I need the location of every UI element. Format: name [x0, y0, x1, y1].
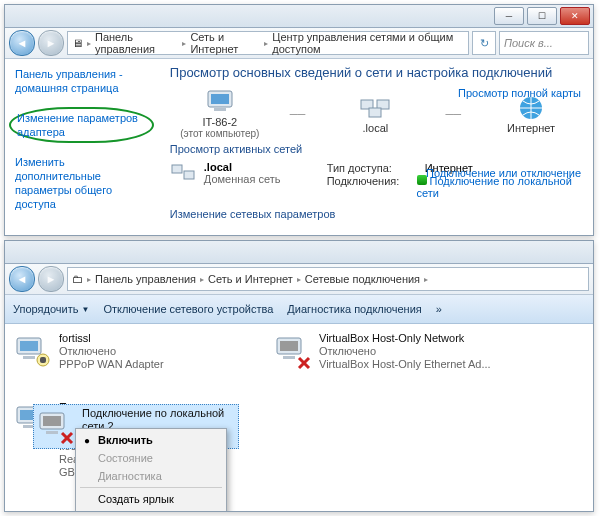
back-button[interactable]: ◄: [9, 266, 35, 292]
separator: [80, 487, 222, 488]
chevron-right-icon: ▸: [87, 275, 91, 284]
ctx-diagnose: Диагностика: [76, 467, 226, 485]
svg-rect-8: [184, 171, 194, 179]
svg-rect-11: [23, 356, 35, 359]
conn-name: VirtualBox Host-Only Network: [319, 332, 491, 345]
window-network-center: ─ ☐ ✕ ◄ ► 🖥 ▸ Панель управления ▸ Сеть и…: [4, 4, 594, 236]
conn-name: fortissl: [59, 332, 164, 345]
chevron-right-icon: ▸: [87, 39, 91, 48]
context-menu: ●Включить Состояние Диагностика Создать …: [75, 428, 227, 512]
svg-rect-10: [20, 341, 38, 351]
chevron-right-icon: ▸: [200, 275, 204, 284]
enable-icon: ●: [80, 435, 94, 446]
svg-rect-7: [172, 165, 182, 173]
svg-rect-24: [46, 431, 58, 434]
content-area: Просмотр основных сведений о сети и наст…: [158, 59, 593, 236]
conn-status: Отключено: [59, 345, 164, 358]
disable-device-button[interactable]: Отключение сетевого устройства: [103, 303, 273, 315]
search-input[interactable]: Поиск в...: [499, 31, 589, 55]
link-sharing-settings[interactable]: Изменить дополнительные параметры общего…: [15, 156, 112, 210]
titlebar: ─ ☐ ✕: [5, 5, 593, 28]
svg-rect-15: [280, 341, 298, 351]
sidebar: Панель управления - домашняя страница Из…: [5, 59, 158, 236]
ctx-enable[interactable]: ●Включить: [76, 431, 226, 449]
nav-bar: ◄ ► 🗀 ▸ Панель управления ▸ Сеть и Интер…: [5, 264, 593, 295]
link-cp-home[interactable]: Панель управления - домашняя страница: [15, 68, 123, 94]
connection-item[interactable]: fortisslОтключеноPPPoP WAN Adapter: [13, 332, 243, 371]
forward-button[interactable]: ►: [38, 266, 64, 292]
chevron-right-icon: ▸: [182, 39, 186, 48]
breadcrumb[interactable]: Панель управления: [95, 273, 196, 285]
active-net-name: .local: [204, 161, 281, 173]
node-domain-label: .local: [325, 122, 425, 134]
toolbar: Упорядочить▼ Отключение сетевого устройс…: [5, 295, 593, 324]
svg-rect-23: [43, 416, 61, 426]
chevron-right-icon: ▸: [264, 39, 268, 48]
svg-rect-5: [369, 108, 381, 117]
section-active-networks: Просмотр активных сетей: [170, 143, 581, 155]
ctx-status: Состояние: [76, 449, 226, 467]
network-icon: [359, 94, 391, 122]
organize-menu[interactable]: Упорядочить▼: [13, 303, 89, 315]
computer-icon: [204, 88, 236, 116]
breadcrumb[interactable]: Панель управления: [95, 31, 178, 55]
cp-icon: 🖥: [72, 37, 83, 49]
breadcrumb[interactable]: Сеть и Интернет: [190, 31, 260, 55]
svg-rect-2: [214, 108, 226, 111]
folder-icon: 🗀: [72, 273, 83, 285]
conn-status: Отключено: [319, 345, 491, 358]
adapter-disabled-icon: [273, 332, 313, 370]
breadcrumb[interactable]: Центр управления сетями и общим доступом: [272, 31, 464, 55]
delete-icon: ✖: [80, 512, 94, 513]
connection-item[interactable]: VirtualBox Host-Only NetworkОтключеноVir…: [273, 332, 503, 371]
svg-rect-16: [283, 356, 295, 359]
chevron-right-icon: ▸: [424, 275, 428, 284]
network-domain-icon: [170, 161, 198, 185]
window-network-connections: ◄ ► 🗀 ▸ Панель управления ▸ Сеть и Интер…: [4, 240, 594, 512]
node-pc-label: IT-86-2: [170, 116, 270, 128]
section-change-params: Изменение сетевых параметров: [170, 208, 581, 220]
refresh-button[interactable]: ↻: [472, 31, 496, 55]
more-button[interactable]: »: [436, 303, 442, 315]
node-pc-sub: (этот компьютер): [170, 128, 270, 139]
connection-line: ──: [445, 108, 461, 120]
active-net-type: Доменная сеть: [204, 173, 281, 185]
nav-bar: ◄ ► 🖥 ▸ Панель управления ▸ Сеть и Интер…: [5, 28, 593, 59]
close-button[interactable]: ✕: [560, 7, 590, 25]
back-button[interactable]: ◄: [9, 30, 35, 56]
chevron-right-icon: ▸: [297, 275, 301, 284]
minimize-button[interactable]: ─: [494, 7, 524, 25]
conn-device: PPPoP WAN Adapter: [59, 358, 164, 371]
forward-button[interactable]: ►: [38, 30, 64, 56]
ctx-delete[interactable]: ✖Удалить: [76, 508, 226, 512]
svg-rect-1: [211, 94, 229, 104]
ctx-shortcut[interactable]: Создать ярлык: [76, 490, 226, 508]
conn-device: VirtualBox Host-Only Ethernet Ad...: [319, 358, 491, 371]
link-connect-disconnect[interactable]: Подключение или отключение: [426, 167, 581, 179]
label-access-type: Тип доступа:: [327, 162, 417, 174]
breadcrumb[interactable]: Сетевые подключения: [305, 273, 420, 285]
page-title: Просмотр основных сведений о сети и наст…: [170, 65, 581, 80]
chevron-down-icon: ▼: [81, 305, 89, 314]
link-change-adapter[interactable]: Изменение параметров адаптера: [17, 112, 138, 138]
address-bar[interactable]: 🗀 ▸ Панель управления ▸ Сеть и Интернет …: [67, 267, 589, 291]
breadcrumb[interactable]: Сеть и Интернет: [208, 273, 293, 285]
adapter-disabled-icon: [36, 407, 76, 445]
titlebar: [5, 241, 593, 264]
svg-rect-13: [40, 357, 46, 363]
label-connections: Подключения:: [327, 175, 409, 199]
address-bar[interactable]: 🖥 ▸ Панель управления ▸ Сеть и Интернет …: [67, 31, 469, 55]
highlight-circle: Изменение параметров адаптера: [9, 107, 154, 143]
maximize-button[interactable]: ☐: [527, 7, 557, 25]
dialup-icon: [13, 332, 53, 370]
connections-list: fortisslОтключеноPPPoP WAN Adapter Virtu…: [5, 324, 593, 487]
node-internet-label: Интернет: [481, 122, 581, 134]
diagnose-button[interactable]: Диагностика подключения: [287, 303, 421, 315]
link-full-map[interactable]: Просмотр полной карты: [458, 87, 581, 99]
connection-line: ──: [290, 108, 306, 120]
